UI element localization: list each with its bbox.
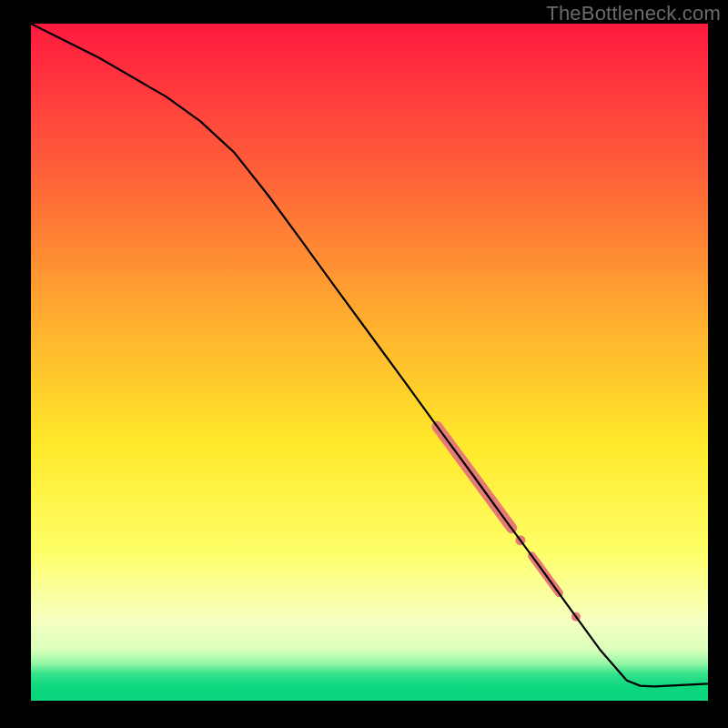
plot-background	[31, 24, 708, 701]
watermark-text: TheBottleneck.com	[546, 2, 721, 25]
chart-frame: TheBottleneck.com	[0, 0, 728, 728]
chart-canvas	[0, 0, 728, 728]
